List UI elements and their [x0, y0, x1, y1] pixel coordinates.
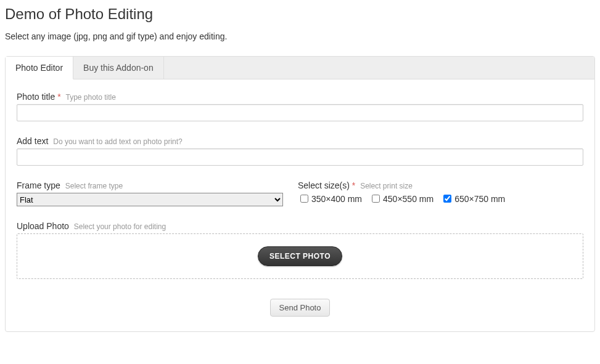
size-option-2[interactable]: 650×750 mm: [441, 193, 505, 204]
add-text-label: Add text: [17, 136, 48, 146]
upload-dropzone[interactable]: SELECT PHOTO: [17, 233, 583, 279]
sizes-hint: Select print size: [360, 182, 413, 190]
field-upload-photo: Upload Photo Select your photo for editi…: [17, 221, 583, 279]
field-photo-title: Photo title * Type photo title: [17, 92, 583, 121]
field-select-sizes: Select size(s) * Select print size 350×4…: [298, 180, 583, 204]
field-add-text: Add text Do you want to add text on phot…: [17, 136, 583, 166]
frame-type-select[interactable]: Flat: [17, 193, 283, 206]
size-label-1: 450×550 mm: [383, 194, 434, 204]
add-text-input[interactable]: [17, 148, 583, 166]
send-photo-button[interactable]: Send Photo: [270, 299, 331, 317]
upload-photo-hint: Select your photo for editing: [74, 222, 166, 231]
size-option-1[interactable]: 450×550 mm: [369, 193, 434, 204]
upload-photo-label: Upload Photo: [17, 221, 69, 231]
size-checkbox-1[interactable]: [372, 195, 380, 203]
photo-title-hint: Type photo title: [66, 93, 116, 102]
page-title: Demo of Photo Editing: [5, 6, 595, 23]
page-intro: Select any image (jpg, png and gif type)…: [5, 31, 595, 41]
field-frame-type: Frame type Select frame type Flat: [17, 180, 283, 206]
photo-title-input[interactable]: [17, 104, 583, 121]
frame-type-label: Frame type: [17, 180, 60, 190]
required-marker: *: [352, 180, 355, 190]
sizes-label: Select size(s): [298, 180, 350, 190]
tab-bar: Photo Editor Buy this Addon-on: [6, 57, 594, 79]
size-checkbox-2[interactable]: [443, 195, 451, 203]
tab-content-editor: Photo title * Type photo title Add text …: [6, 79, 594, 331]
tab-photo-editor[interactable]: Photo Editor: [6, 57, 73, 79]
frame-type-hint: Select frame type: [65, 182, 123, 190]
size-checkbox-0[interactable]: [300, 195, 308, 203]
required-marker: *: [57, 92, 60, 102]
photo-title-label: Photo title: [17, 92, 55, 102]
size-label-0: 350×400 mm: [311, 194, 362, 204]
size-label-2: 650×750 mm: [454, 194, 505, 204]
tabs-container: Photo Editor Buy this Addon-on Photo tit…: [5, 56, 595, 332]
tab-buy-addon[interactable]: Buy this Addon-on: [73, 57, 164, 79]
add-text-hint: Do you want to add text on photo print?: [53, 137, 182, 146]
size-option-0[interactable]: 350×400 mm: [298, 193, 362, 204]
select-photo-button[interactable]: SELECT PHOTO: [258, 246, 342, 266]
